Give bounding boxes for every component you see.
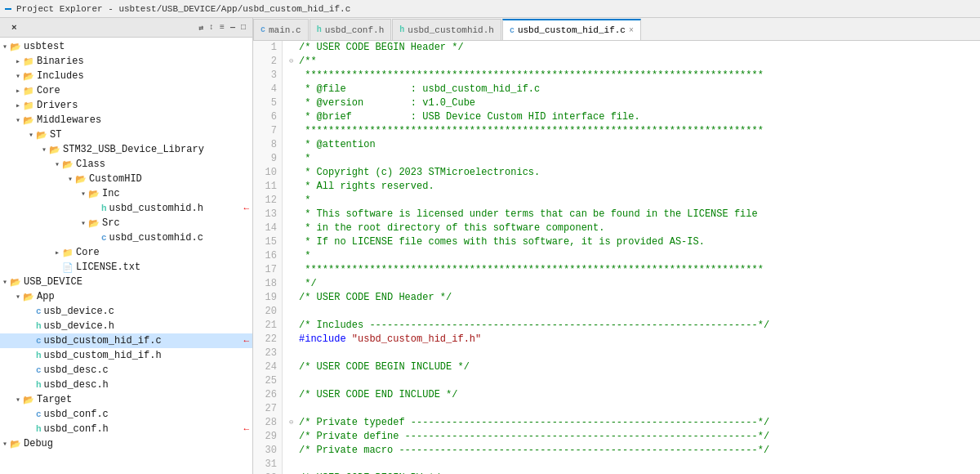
toggle-icon[interactable]: ▸ xyxy=(52,248,62,257)
tree-container[interactable]: ▾📂usbtest▸📁Binaries▾📂Includes▸📁Core▸📁Dri… xyxy=(0,38,252,474)
tree-item-label: usbd_conf.c xyxy=(44,409,249,420)
code-line xyxy=(289,458,973,472)
line-number: 3 xyxy=(258,69,277,83)
line-number: 21 xyxy=(258,319,277,333)
toggle-icon[interactable]: ▾ xyxy=(13,115,23,125)
code-line: /* Includes ----------------------------… xyxy=(289,319,973,333)
toggle-icon[interactable]: ▾ xyxy=(0,439,10,449)
icon-maximize[interactable]: □ xyxy=(239,23,247,33)
tree-item-src[interactable]: ▾📂Src xyxy=(0,216,252,230)
folder-icon: 📁 xyxy=(62,248,74,258)
panel-close-icon[interactable]: × xyxy=(11,23,17,33)
code-line: ****************************************… xyxy=(289,263,973,277)
tree-item-usb_device_c[interactable]: cusb_device.c xyxy=(0,304,252,319)
toggle-icon[interactable]: ▾ xyxy=(0,277,10,287)
code-line: * @attention xyxy=(289,138,973,152)
tree-item-stm32lib[interactable]: ▾📂STM32_USB_Device_Library xyxy=(0,142,252,157)
tree-item-includes[interactable]: ▾📂Includes xyxy=(0,69,252,83)
tree-item-drivers[interactable]: ▸📁Drivers xyxy=(0,98,252,113)
tree-item-license[interactable]: 📄LICENSE.txt xyxy=(0,260,252,275)
code-line xyxy=(289,402,973,416)
tree-item-usbd_customhid_c[interactable]: cusbd_customhid.c xyxy=(0,230,252,245)
tree-item-binaries[interactable]: ▸📁Binaries xyxy=(0,54,252,69)
toggle-icon[interactable]: ▾ xyxy=(52,159,62,169)
toggle-icon[interactable]: ▸ xyxy=(13,56,23,66)
line-number: 8 xyxy=(258,138,277,152)
icon-sync[interactable]: ⇄ xyxy=(197,23,205,33)
tab-usbd_customhid_h[interactable]: husbd_customhid.h xyxy=(392,19,501,40)
code-line: * If no LICENSE file comes with this sof… xyxy=(289,235,973,249)
tree-item-usbd_custom_hid_if_c[interactable]: cusbd_custom_hid_if.c← xyxy=(0,333,252,348)
tree-item-usbd_desc_h[interactable]: husbd_desc.h xyxy=(0,378,252,392)
code-text: #include "usbd_custom_hid_if.h" xyxy=(299,333,481,347)
tree-item-app[interactable]: ▾📂App xyxy=(0,289,252,304)
tab-usbd_custom_hid_if_c[interactable]: cusbd_custom_hid_if.c× xyxy=(502,19,641,40)
folder-open-icon: 📂 xyxy=(23,115,34,126)
tree-item-middlewares[interactable]: ▾📂Middlewares xyxy=(0,113,252,127)
folder-open-icon: 📂 xyxy=(10,42,21,52)
toggle-icon[interactable]: ▾ xyxy=(13,292,23,302)
tree-item-usbd_conf_c[interactable]: cusbd_conf.c xyxy=(0,407,252,422)
tree-item-usbtest[interactable]: ▾📂usbtest xyxy=(0,39,252,54)
tree-item-core1[interactable]: ▸📁Core xyxy=(0,83,252,98)
code-line: * @file : usbd_custom_hid_if.c xyxy=(289,83,973,96)
tree-item-usb_device_h[interactable]: husb_device.h xyxy=(0,319,252,333)
code-line: * All rights reserved. xyxy=(289,180,973,194)
toggle-icon[interactable]: ▾ xyxy=(13,395,23,405)
tree-item-usbd_conf_h[interactable]: husbd_conf.h← xyxy=(0,422,252,436)
title-bar: Project Explorer - usbtest/USB_DEVICE/Ap… xyxy=(0,0,980,18)
toggle-icon[interactable]: ▾ xyxy=(78,218,88,228)
toggle-icon[interactable]: ▾ xyxy=(65,174,75,184)
line-number: 14 xyxy=(258,221,277,235)
line-number: 4 xyxy=(258,83,277,96)
tab-bar: cmain.chusbd_conf.hhusbd_customhid.hcusb… xyxy=(253,18,980,41)
folder-icon: 📁 xyxy=(23,101,34,111)
fold-icon[interactable]: ⊖ xyxy=(289,55,299,69)
line-number: 25 xyxy=(258,374,277,388)
tab-main_c[interactable]: cmain.c xyxy=(253,19,309,40)
tree-item-customhid[interactable]: ▾📂CustomHID xyxy=(0,172,252,186)
toggle-icon[interactable]: ▸ xyxy=(13,101,23,110)
fold-icon[interactable]: ⊖ xyxy=(289,416,299,430)
code-text: /** xyxy=(299,55,317,69)
icon-minimize[interactable]: — xyxy=(229,23,237,33)
tree-item-debug[interactable]: ▾📂Debug xyxy=(0,436,252,451)
tree-item-st[interactable]: ▾📂ST xyxy=(0,127,252,142)
folder-open-icon: 📂 xyxy=(62,159,74,170)
line-number: 23 xyxy=(258,347,277,360)
tree-item-class[interactable]: ▾📂Class xyxy=(0,157,252,172)
tree-item-core2[interactable]: ▸📁Core xyxy=(0,245,252,260)
toggle-icon[interactable]: ▾ xyxy=(26,130,36,140)
line-number: 6 xyxy=(258,110,277,124)
icon-menu[interactable]: ≡ xyxy=(218,23,226,33)
tree-item-label: usbd_customhid.c xyxy=(109,232,249,244)
tree-item-inc[interactable]: ▾📂Inc xyxy=(0,186,252,201)
tree-item-usbd_custom_hid_if_h[interactable]: husbd_custom_hid_if.h xyxy=(0,348,252,363)
line-number: 29 xyxy=(258,430,277,444)
tree-item-label: Debug xyxy=(24,438,249,449)
tree-item-usbd_desc_c[interactable]: cusbd_desc.c xyxy=(0,363,252,378)
tree-item-usb_device[interactable]: ▾📂USB_DEVICE xyxy=(0,275,252,289)
icon-collapse[interactable]: ↕ xyxy=(207,23,216,33)
file-c-icon: c xyxy=(36,409,42,419)
file-c-icon: c xyxy=(36,306,42,316)
line-number: 9 xyxy=(258,152,277,166)
line-number: 27 xyxy=(258,402,277,416)
toggle-icon[interactable]: ▾ xyxy=(39,145,49,154)
tab-usbd_conf_h[interactable]: husbd_conf.h xyxy=(310,19,392,40)
toggle-icon[interactable]: ▸ xyxy=(13,86,23,96)
tree-item-target[interactable]: ▾📂Target xyxy=(0,392,252,407)
tree-item-usbd_customhid_h[interactable]: husbd_customhid.h← xyxy=(0,201,252,216)
toggle-icon[interactable]: ▾ xyxy=(0,42,10,51)
tab-close-button[interactable]: × xyxy=(629,26,634,35)
line-number: 12 xyxy=(258,194,277,208)
tree-item-label: ST xyxy=(50,129,249,141)
code-line: ****************************************… xyxy=(289,124,973,138)
code-editor[interactable]: 1234567891011121314151617181920212223242… xyxy=(253,41,980,474)
code-content[interactable]: /* USER CODE BEGIN Header */⊖/** *******… xyxy=(283,41,980,474)
toggle-icon[interactable]: ▾ xyxy=(78,189,88,199)
toggle-icon[interactable]: ▾ xyxy=(13,71,23,81)
line-number: 13 xyxy=(258,208,277,221)
code-text: /* Private typedef ---------------------… xyxy=(299,416,769,430)
file-h-icon: h xyxy=(36,380,42,390)
